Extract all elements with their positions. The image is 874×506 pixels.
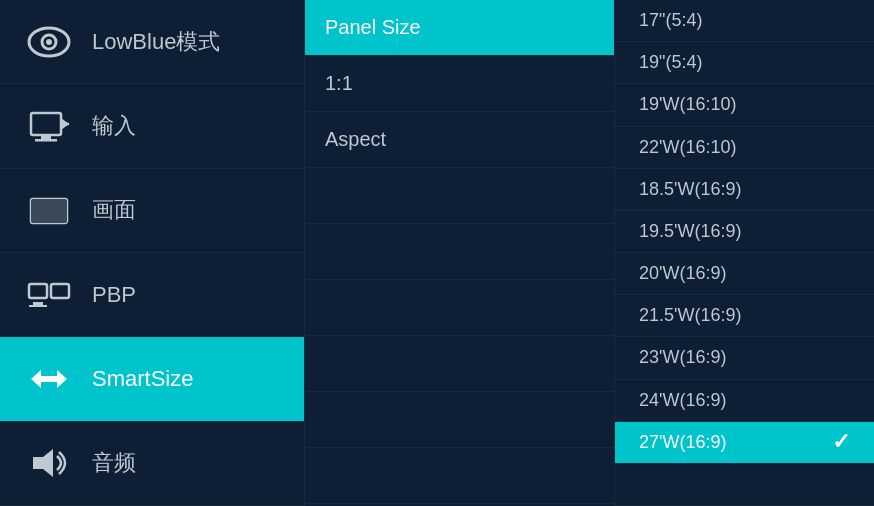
svg-rect-3 — [31, 113, 61, 135]
sidebar-label-pbp: PBP — [92, 282, 136, 308]
svg-marker-5 — [61, 118, 69, 130]
input-icon — [24, 101, 74, 151]
sidebar-label-smartsize: SmartSize — [92, 366, 193, 392]
sidebar-item-smartsize[interactable]: SmartSize — [0, 337, 304, 421]
middle-item-ratio11[interactable]: 1:1 — [305, 56, 614, 112]
svg-rect-16 — [41, 376, 57, 382]
right-item-20w-16-9[interactable]: 20'W(16:9) — [615, 253, 874, 295]
right-item-19w-16-10[interactable]: 19'W(16:10) — [615, 84, 874, 126]
middle-item-empty6[interactable] — [305, 448, 614, 504]
sidebar-item-input[interactable]: 输入 — [0, 84, 304, 168]
middle-item-empty3[interactable] — [305, 280, 614, 336]
right-item-215w-16-9[interactable]: 21.5'W(16:9) — [615, 295, 874, 337]
smartsize-icon — [24, 354, 74, 404]
svg-marker-15 — [57, 370, 67, 388]
image-icon — [24, 185, 74, 235]
right-item-24w-16-9[interactable]: 24'W(16:9) — [615, 380, 874, 422]
sidebar-label-lowblue: LowBlue模式 — [92, 27, 220, 57]
middle-item-aspect[interactable]: Aspect — [305, 112, 614, 168]
svg-marker-17 — [33, 449, 53, 477]
svg-rect-12 — [33, 302, 43, 305]
svg-rect-9 — [31, 199, 67, 223]
sidebar-item-lowblue[interactable]: LowBlue模式 — [0, 0, 304, 84]
svg-rect-10 — [29, 284, 47, 298]
right-panel: 17"(5:4) 19"(5:4) 19'W(16:10) 22'W(16:10… — [615, 0, 874, 506]
middle-item-empty5[interactable] — [305, 392, 614, 448]
right-item-23w-16-9[interactable]: 23'W(16:9) — [615, 337, 874, 379]
right-item-19-5-4[interactable]: 19"(5:4) — [615, 42, 874, 84]
sidebar-item-image[interactable]: 画面 — [0, 169, 304, 253]
sidebar-item-audio[interactable]: 音频 — [0, 422, 304, 506]
middle-item-empty4[interactable] — [305, 336, 614, 392]
svg-rect-6 — [41, 135, 51, 139]
sidebar: LowBlue模式 输入 画面 — [0, 0, 305, 506]
middle-panel: Panel Size 1:1 Aspect — [305, 0, 615, 506]
eye-icon — [24, 17, 74, 67]
right-item-27w-16-9[interactable]: 27'W(16:9) ✓ — [615, 422, 874, 464]
svg-rect-7 — [35, 139, 57, 142]
right-item-22w-16-10[interactable]: 22'W(16:10) — [615, 127, 874, 169]
right-item-17-5-4[interactable]: 17"(5:4) — [615, 0, 874, 42]
pbp-icon — [24, 270, 74, 320]
svg-point-2 — [46, 39, 52, 45]
svg-marker-14 — [31, 370, 41, 388]
right-item-empty[interactable] — [615, 464, 874, 506]
audio-icon — [24, 438, 74, 488]
right-item-195w-16-9[interactable]: 19.5'W(16:9) — [615, 211, 874, 253]
sidebar-item-pbp[interactable]: PBP — [0, 253, 304, 337]
middle-item-empty1[interactable] — [305, 168, 614, 224]
sidebar-label-audio: 音频 — [92, 448, 136, 478]
middle-item-empty2[interactable] — [305, 224, 614, 280]
right-item-185w-16-9[interactable]: 18.5'W(16:9) — [615, 169, 874, 211]
svg-rect-13 — [29, 305, 47, 307]
selected-checkmark: ✓ — [832, 429, 850, 455]
middle-item-panelsize[interactable]: Panel Size — [305, 0, 614, 56]
sidebar-label-image: 画面 — [92, 195, 136, 225]
sidebar-label-input: 输入 — [92, 111, 136, 141]
svg-rect-11 — [51, 284, 69, 298]
